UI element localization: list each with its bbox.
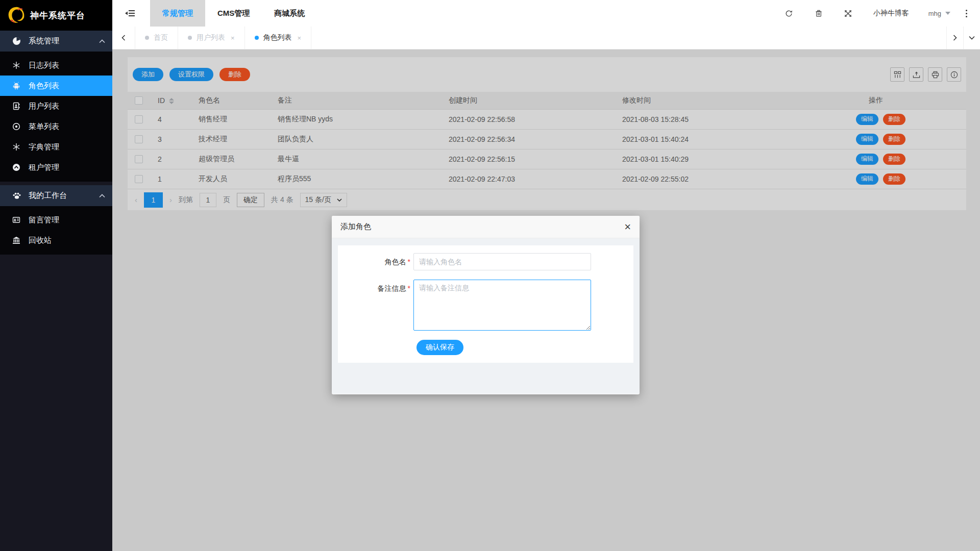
tab-status-dot [145, 36, 149, 40]
sidebar-item-label: 菜单列表 [29, 122, 59, 132]
id-card-icon [12, 216, 20, 224]
app-logo: 神牛系统平台 [0, 0, 112, 31]
address-book-icon [12, 102, 20, 110]
sidebar-item-role-list[interactable]: 角色列表 [0, 76, 112, 96]
sidebar-item-label: 角色列表 [29, 81, 59, 91]
add-role-form: 角色名* 备注信息* 确认保存 [338, 245, 633, 363]
sidebar-item-dict-manage[interactable]: 字典管理 [0, 137, 112, 157]
content-area: 添加 设置权限 删除 [112, 49, 980, 551]
sidebar-item-recycle-bin[interactable]: 回收站 [0, 230, 112, 251]
main-area: 常规管理 CMS管理 商城系统 小神牛博客 mhg [112, 0, 980, 551]
tab-close-icon[interactable]: × [298, 34, 302, 42]
tab-close-icon[interactable]: × [231, 34, 235, 42]
topnav-tab-label: CMS管理 [217, 9, 250, 18]
topnav-tab-label: 商城系统 [274, 9, 305, 18]
app-title: 神牛系统平台 [30, 10, 85, 21]
sidebar-item-tenant-manage[interactable]: 租户管理 [0, 157, 112, 178]
chevron-up-icon [99, 39, 105, 43]
sidebar-toggle-icon[interactable] [125, 8, 135, 18]
tab-status-dot [255, 36, 259, 40]
tabs-menu-icon[interactable] [963, 27, 980, 49]
tab-status-dot [188, 36, 192, 40]
modal-title: 添加角色 [340, 222, 371, 232]
sidebar-group-workbench: 留言管理 回收站 [0, 206, 112, 255]
sidebar-item-log-list[interactable]: 日志列表 [0, 55, 112, 76]
sidebar-item-user-list[interactable]: 用户列表 [0, 96, 112, 116]
sidebar-section-workbench[interactable]: 我的工作台 [0, 185, 112, 206]
remark-row: 备注信息* [338, 280, 633, 331]
topnav-tab-general[interactable]: 常规管理 [150, 0, 205, 27]
page-tabbar: 首页 用户列表 × 角色列表 × [112, 27, 980, 49]
sidebar-item-label: 回收站 [29, 236, 52, 245]
required-mark: * [408, 284, 410, 292]
sidebar-section-label: 我的工作台 [29, 191, 67, 201]
close-icon[interactable]: × [624, 221, 631, 233]
modal-body: 角色名* 备注信息* 确认保存 [332, 238, 640, 394]
circle-up-icon [12, 163, 20, 171]
android-icon [12, 82, 20, 90]
more-menu-icon[interactable] [959, 0, 974, 27]
top-nav: 常规管理 CMS管理 商城系统 [150, 0, 317, 27]
sidebar-item-label: 字典管理 [29, 142, 59, 152]
sidebar-section-system[interactable]: 系统管理 [0, 31, 112, 52]
logo-phoenix-icon [6, 6, 26, 25]
role-name-row: 角色名* [338, 253, 633, 270]
caret-down-icon [945, 12, 950, 15]
sidebar-item-label: 留言管理 [29, 215, 59, 225]
page-tab-home[interactable]: 首页 [135, 27, 178, 49]
add-role-modal: 添加角色 × 角色名* 备注信息* [332, 216, 640, 394]
topbar-right: 小神牛博客 mhg [774, 0, 980, 27]
required-mark: * [408, 258, 410, 266]
sidebar-item-label: 日志列表 [29, 61, 59, 70]
modal-header: 添加角色 × [332, 216, 640, 238]
sidebar-group-system: 日志列表 角色列表 用户列表 菜单列表 字典管理 租户管理 [0, 52, 112, 182]
topnav-tab-mall[interactable]: 商城系统 [262, 0, 317, 27]
topbar: 常规管理 CMS管理 商城系统 小神牛博客 mhg [112, 0, 980, 27]
snowflake-icon [12, 143, 20, 151]
sidebar-item-menu-list[interactable]: 菜单列表 [0, 116, 112, 137]
page-tab-label: 用户列表 [197, 33, 225, 42]
role-name-label: 角色名* [338, 253, 413, 270]
blog-link[interactable]: 小神牛博客 [873, 9, 909, 18]
page-tab-label: 角色列表 [263, 33, 292, 42]
sidebar: 神牛系统平台 系统管理 日志列表 角色列表 用户列表 菜单列表 字典管理 [0, 0, 112, 551]
page-tab-role-list[interactable]: 角色列表 × [245, 27, 312, 49]
snowflake-icon [12, 61, 20, 69]
paw-icon [12, 191, 21, 200]
page-tab-label: 首页 [154, 33, 168, 42]
chevron-up-icon [99, 194, 105, 198]
remark-label: 备注信息* [338, 280, 413, 331]
trash-icon[interactable] [804, 0, 834, 27]
topnav-tab-cms[interactable]: CMS管理 [205, 0, 262, 27]
pie-circle-icon [12, 37, 21, 45]
sidebar-section-label: 系统管理 [29, 36, 59, 46]
tabs-scroll-right-icon[interactable] [946, 27, 963, 49]
tabs-scroll-left-icon[interactable] [112, 27, 135, 49]
user-menu[interactable]: mhg [920, 10, 959, 17]
sidebar-item-label: 租户管理 [29, 163, 59, 172]
remark-textarea[interactable] [413, 280, 591, 331]
sidebar-item-message-manage[interactable]: 留言管理 [0, 210, 112, 230]
topnav-tab-label: 常规管理 [162, 9, 193, 18]
sidebar-item-label: 用户列表 [29, 102, 59, 111]
confirm-save-button[interactable]: 确认保存 [416, 340, 463, 355]
target-icon [12, 122, 20, 131]
page-tab-user-list[interactable]: 用户列表 × [178, 27, 245, 49]
fullscreen-icon[interactable] [834, 0, 863, 27]
role-name-input[interactable] [413, 253, 591, 270]
refresh-icon[interactable] [774, 0, 804, 27]
bank-icon [12, 236, 20, 244]
username: mhg [928, 10, 941, 17]
